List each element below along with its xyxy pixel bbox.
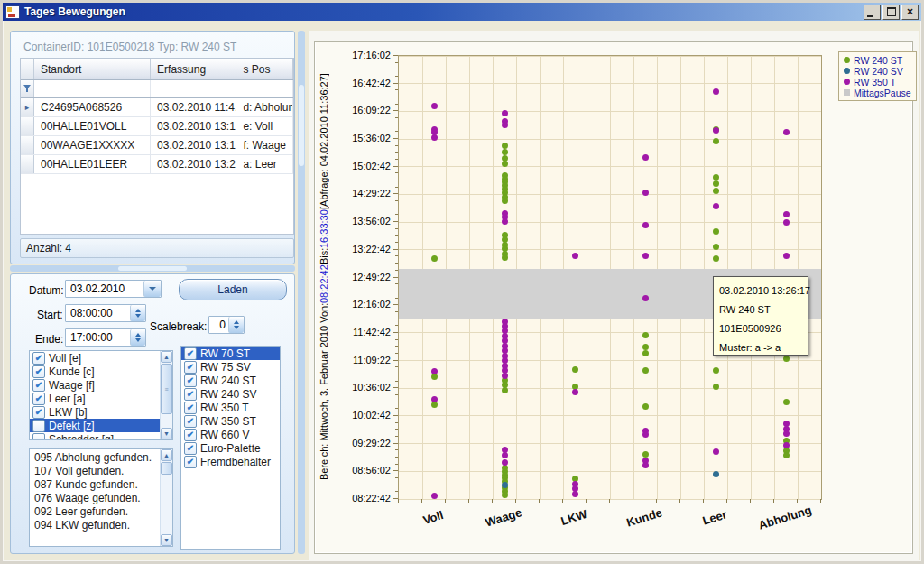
data-point[interactable] <box>642 222 649 228</box>
type-filter-item[interactable]: ✔RW 70 ST <box>181 347 280 360</box>
data-point[interactable] <box>431 255 438 262</box>
type-filter-list[interactable]: ✔RW 70 ST✔RW 75 SV✔RW 240 ST✔RW 240 SV✔R… <box>180 346 281 550</box>
data-point[interactable] <box>502 122 508 128</box>
minimize-button[interactable] <box>864 5 881 20</box>
data-point[interactable] <box>502 373 508 379</box>
data-point[interactable] <box>502 492 508 498</box>
column-header[interactable]: Standort <box>34 59 151 79</box>
filter-cell[interactable] <box>236 80 293 97</box>
data-point[interactable] <box>642 367 649 374</box>
data-point[interactable] <box>572 253 578 259</box>
type-filter-item[interactable]: ✔RW 350 T <box>181 401 280 414</box>
horizontal-splitter[interactable] <box>10 265 295 272</box>
type-filter-item[interactable]: ✔RW 240 SV <box>181 387 280 401</box>
data-point[interactable] <box>642 253 649 259</box>
checkbox[interactable]: ✔ <box>184 374 197 387</box>
type-filter-item[interactable]: ✔RW 75 SV <box>181 360 280 374</box>
status-filter-list[interactable]: ▲ ≡ ▼ ✔Voll [e]✔Kunde [c]✔Waage [f]✔Leer… <box>29 350 173 440</box>
status-filter-item[interactable]: ✔Leer [a] <box>30 392 172 405</box>
status-filter-item[interactable]: ✔Waage [f] <box>30 378 172 392</box>
table-row[interactable]: 00HALLE01LEER03.02.2010 13:2...a: Leer <box>21 155 293 174</box>
data-point[interactable] <box>783 129 790 135</box>
ende-time-input[interactable] <box>66 329 130 346</box>
data-point[interactable] <box>502 198 508 204</box>
row-header[interactable] <box>21 117 34 135</box>
data-point[interactable] <box>783 211 790 217</box>
data-point[interactable] <box>783 399 790 405</box>
data-point[interactable] <box>642 403 649 410</box>
ende-spinner[interactable] <box>130 329 145 346</box>
table-filter-row[interactable] <box>21 80 293 98</box>
checkbox[interactable]: ✔ <box>184 361 197 374</box>
table-row[interactable]: 00WAAGE1XXXXX03.02.2010 13:1...f: Waage <box>21 136 293 155</box>
status-filter-item[interactable]: ✔Voll [e] <box>30 351 172 365</box>
titlebar[interactable]: Tages Bewegungen × <box>3 3 921 21</box>
date-dropdown-button[interactable] <box>143 281 161 297</box>
data-point[interactable] <box>502 161 508 167</box>
checkbox[interactable]: ✔ <box>184 429 197 441</box>
checkbox[interactable]: ✔ <box>32 365 45 378</box>
checkbox[interactable] <box>32 420 45 432</box>
data-point[interactable] <box>431 396 438 402</box>
data-point[interactable] <box>713 384 719 390</box>
checkbox[interactable]: ✔ <box>32 393 45 405</box>
scroll-down-icon[interactable]: ▼ <box>161 534 172 546</box>
data-point[interactable] <box>713 203 719 209</box>
checkbox[interactable]: ✔ <box>184 456 197 468</box>
data-point[interactable] <box>502 218 508 225</box>
data-point[interactable] <box>642 344 649 350</box>
start-spinner[interactable] <box>130 305 145 321</box>
data-point[interactable] <box>502 143 508 149</box>
maximize-button[interactable] <box>882 5 900 20</box>
filter-cell[interactable] <box>151 80 236 97</box>
data-point[interactable] <box>502 452 508 458</box>
data-point[interactable] <box>713 127 719 134</box>
log-scrollbar[interactable]: ▲ ▼ <box>160 449 172 546</box>
log-textarea[interactable]: ▲ ▼ 095 Abholung gefunden.107 Voll gefun… <box>29 448 173 547</box>
data-point[interactable] <box>642 190 649 196</box>
row-header[interactable]: ▸ <box>21 98 34 116</box>
laden-button[interactable]: Laden <box>179 279 287 300</box>
data-point[interactable] <box>431 493 438 499</box>
data-point[interactable] <box>502 254 508 261</box>
scroll-down-icon[interactable]: ▼ <box>161 428 172 439</box>
checkbox[interactable]: ✔ <box>32 352 45 365</box>
data-point[interactable] <box>713 255 719 262</box>
status-filter-item[interactable]: Schredder [g] <box>30 432 172 440</box>
data-point[interactable] <box>713 367 719 374</box>
status-filter-item[interactable]: ✔Kunde [c] <box>30 365 172 378</box>
data-point[interactable] <box>431 402 438 408</box>
status-filter-item[interactable]: ✔LKW [b] <box>30 405 172 419</box>
scalebreak-field[interactable] <box>208 316 245 334</box>
data-point[interactable] <box>783 442 790 448</box>
column-header[interactable]: Erfassung <box>151 59 236 79</box>
type-filter-item[interactable]: ✔RW 660 V <box>181 428 280 441</box>
scrollbar-thumb[interactable] <box>161 462 172 475</box>
data-point[interactable] <box>431 368 438 374</box>
scroll-up-icon[interactable]: ▲ <box>161 351 172 363</box>
checkbox[interactable]: ✔ <box>32 379 45 392</box>
data-point[interactable] <box>642 332 649 338</box>
type-filter-item[interactable]: ✔Euro-Palette <box>181 441 280 455</box>
status-list-scrollbar[interactable]: ▲ ≡ ▼ <box>160 351 172 439</box>
checkbox[interactable]: ✔ <box>184 347 197 360</box>
scalebreak-input[interactable] <box>209 317 228 333</box>
checkbox[interactable]: ✔ <box>32 406 45 419</box>
data-point[interactable] <box>642 350 649 356</box>
data-point[interactable] <box>713 174 719 180</box>
data-point[interactable] <box>713 448 719 455</box>
ende-time-field[interactable] <box>65 328 146 347</box>
data-point[interactable] <box>783 430 790 437</box>
checkbox[interactable]: ✔ <box>184 442 197 455</box>
table-row[interactable]: ▸C24695A06852603.02.2010 11:4...d: Abhol… <box>21 98 293 117</box>
data-point[interactable] <box>713 188 719 194</box>
close-button[interactable]: × <box>901 5 919 20</box>
type-filter-item[interactable]: ✔Fremdbehälter <box>181 455 280 468</box>
data-point[interactable] <box>572 366 578 373</box>
checkbox[interactable]: ✔ <box>184 415 197 428</box>
scroll-up-icon[interactable]: ▲ <box>161 449 172 461</box>
data-point[interactable] <box>502 459 508 466</box>
data-point[interactable] <box>713 180 719 187</box>
data-point[interactable] <box>783 253 790 259</box>
data-point[interactable] <box>642 295 649 301</box>
